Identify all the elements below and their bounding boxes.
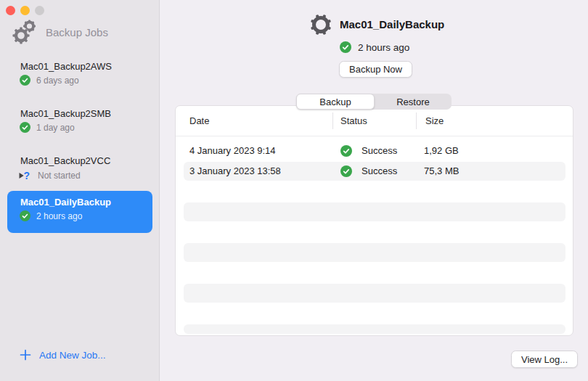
job-status-label: 1 day ago (36, 123, 75, 133)
cell-size: 1,92 GB (424, 141, 459, 161)
not-started-icon: ? (17, 169, 32, 181)
column-header-status: Status (340, 115, 367, 126)
job-name: Mac01_Backup2AWS (20, 61, 112, 72)
column-divider (332, 112, 333, 129)
table-row[interactable]: 3 January 2023 13:58 Success 75,3 MB (176, 161, 573, 181)
view-log-button[interactable]: View Log... (511, 351, 578, 368)
app-window: Backup Jobs Mac01_Backup2AWS 6 days ago … (0, 0, 588, 381)
job-status-label: 2 hours ago (36, 211, 82, 221)
job-gear-icon (309, 12, 333, 37)
empty-row (176, 324, 573, 336)
job-status: 1 day ago (20, 122, 75, 133)
success-check-icon (20, 75, 30, 86)
column-header-date: Date (189, 115, 209, 126)
empty-row (176, 242, 573, 263)
cell-status: Success (362, 141, 397, 161)
column-header-size: Size (425, 115, 444, 126)
empty-row (176, 202, 573, 222)
sidebar-item-backup2aws[interactable]: Mac01_Backup2AWS 6 days ago (7, 55, 152, 97)
cell-date: 4 January 2023 9:14 (189, 141, 276, 161)
cell-date: 3 January 2023 13:58 (189, 161, 281, 181)
tab-backup[interactable]: Backup (296, 94, 375, 110)
sidebar-item-backup2smb[interactable]: Mac01_Backup2SMB 1 day ago (7, 102, 152, 144)
job-status-label: Not started (38, 171, 81, 181)
job-name: Mac01_DailyBackup (20, 197, 111, 208)
window-controls (6, 6, 44, 15)
add-new-job-label: Add New Job... (39, 350, 106, 361)
backup-now-button[interactable]: Backup Now (339, 61, 412, 78)
job-name: Mac01_Backup2SMB (20, 108, 111, 119)
tab-restore[interactable]: Restore (375, 94, 452, 110)
add-new-job-button[interactable]: Add New Job... (20, 349, 106, 361)
page-title: Mac01_DailyBackup (340, 18, 444, 30)
success-check-icon (340, 165, 352, 177)
history-table-card: Date Status Size 4 January 2023 9:14 Suc… (175, 105, 573, 336)
success-check-icon (20, 210, 30, 221)
sidebar-title: Backup Jobs (46, 26, 108, 38)
table-row[interactable]: 4 January 2023 9:14 Success 1,92 GB (176, 141, 573, 161)
last-run-label: 2 hours ago (358, 42, 409, 53)
backup-restore-tabs: Backup Restore (296, 94, 452, 110)
zoom-button-disabled (35, 6, 44, 15)
job-status-label: 6 days ago (36, 75, 79, 86)
success-check-icon (340, 41, 351, 53)
job-status: ? Not started (17, 169, 81, 181)
last-run-status: 2 hours ago (340, 41, 409, 53)
success-check-icon (20, 122, 30, 133)
sidebar-item-backup2vcc[interactable]: Mac01_Backup2VCC ? Not started (7, 149, 152, 192)
success-check-icon (340, 145, 352, 157)
close-button[interactable] (6, 6, 15, 15)
cell-status: Success (362, 161, 397, 181)
table-header: Date Status Size (176, 106, 573, 136)
svg-text:?: ? (24, 170, 30, 181)
empty-row (176, 283, 573, 303)
job-name: Mac01_Backup2VCC (20, 155, 110, 166)
plus-icon (20, 349, 31, 361)
sidebar-item-dailybackup[interactable]: Mac01_DailyBackup 2 hours ago (7, 191, 152, 233)
gears-icon (11, 17, 40, 46)
minimize-button[interactable] (20, 6, 30, 15)
sidebar-header: Backup Jobs (11, 17, 108, 46)
cell-size: 75,3 MB (424, 161, 459, 181)
sidebar: Backup Jobs Mac01_Backup2AWS 6 days ago … (0, 0, 160, 381)
column-divider (416, 112, 417, 129)
job-status: 2 hours ago (20, 210, 82, 221)
job-status: 6 days ago (20, 75, 79, 86)
